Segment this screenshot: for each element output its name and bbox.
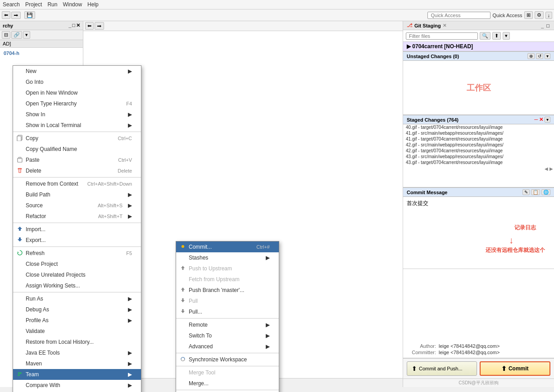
commit-and-push-button[interactable]: ⬆ Commit and Push... bbox=[407, 361, 477, 376]
team-submenu-item-advanced[interactable]: Advanced▶ bbox=[176, 341, 279, 352]
menu-item-refresh[interactable]: RefreshF5 bbox=[13, 248, 141, 259]
menu-item-open-type-hierarchy[interactable]: Open Type HierarchyF4 bbox=[13, 98, 141, 109]
menu-item-icon bbox=[17, 282, 24, 289]
menu-window[interactable]: Window bbox=[63, 1, 82, 8]
toolbar-btn-1[interactable]: ⬅ bbox=[2, 11, 10, 19]
toolbar-icon-3[interactable]: ↓ bbox=[545, 12, 553, 19]
unstaged-stage-all-btn[interactable]: ⊕ bbox=[527, 53, 535, 59]
link-btn[interactable]: 🔗 bbox=[11, 31, 22, 39]
menu-item-close-unrelated-projects[interactable]: Close Unrelated Projects bbox=[13, 269, 141, 280]
menu-item-refactor[interactable]: RefactorAlt+Shift+T▶ bbox=[13, 211, 141, 222]
collapse-btn[interactable]: ⊟ bbox=[2, 31, 10, 39]
menu-item-label: Copy bbox=[26, 135, 38, 141]
menu-item-copy-qualified-name[interactable]: Copy Qualified Name bbox=[13, 144, 141, 155]
close-icon[interactable]: ✕ bbox=[76, 23, 80, 28]
menu-item-show-in[interactable]: Show In▶ bbox=[13, 109, 141, 120]
menu-item-remove-from-context[interactable]: Remove from ContextCtrl+Alt+Shift+Down bbox=[13, 178, 141, 189]
commit-message-input[interactable]: 首次提交 bbox=[403, 197, 554, 269]
menu-help[interactable]: Help bbox=[87, 1, 99, 8]
menu-item-assign-working-sets---[interactable]: Assign Working Sets... bbox=[13, 280, 141, 291]
staged-list-item[interactable]: 43.gif - target/0704carrent/resources/la… bbox=[403, 160, 554, 165]
team-submenu-item-synchronize-workspace[interactable]: Synchronize Workspace bbox=[176, 354, 279, 365]
menu-item-go-into[interactable]: Go Into bbox=[13, 77, 141, 87]
menu-item-restore-from-local-history---[interactable]: Restore from Local History... bbox=[13, 337, 141, 347]
toolbar-icon-1[interactable]: ⊞ bbox=[524, 11, 533, 19]
menu-item-paste[interactable]: PasteCtrl+V bbox=[13, 155, 141, 165]
team-submenu-item-commit---[interactable]: Commit...Ctrl+# bbox=[176, 242, 279, 252]
unstaged-collapse-btn[interactable]: ▾ bbox=[545, 53, 550, 59]
menu-item-source[interactable]: SourceAlt+Shift+S▶ bbox=[13, 200, 141, 211]
menu-item-team[interactable]: Team▶ bbox=[13, 369, 141, 380]
author-section: Author: leige <78414842@qq.com> Committe… bbox=[403, 342, 554, 358]
menu-item-validate[interactable]: Validate bbox=[13, 326, 141, 337]
commit-msg-btn1[interactable]: ✎ bbox=[522, 189, 530, 195]
commit-button[interactable]: ⬆ Commit bbox=[480, 361, 551, 376]
center-btn-2[interactable]: ⮕ bbox=[95, 22, 104, 30]
team-submenu-item-switch-to[interactable]: Switch To▶ bbox=[176, 330, 279, 341]
menu-item-debug-as[interactable]: Debug As▶ bbox=[13, 304, 141, 315]
submenu-item-icon bbox=[180, 356, 187, 363]
menu-project[interactable]: Project bbox=[25, 1, 42, 8]
git-filter-btn3[interactable]: ▾ bbox=[503, 32, 510, 40]
staged-list-item[interactable]: 42.gif - src/main/webapp/resources/layui… bbox=[403, 142, 554, 148]
menu-item-show-in-local-terminal[interactable]: Show in Local Terminal▶ bbox=[13, 120, 141, 131]
staged-list-item[interactable]: 41.gif - target/0704carrent/resources/la… bbox=[403, 136, 554, 142]
staged-scroll-hint: ◀ ▶ bbox=[403, 165, 554, 172]
staged-list-item[interactable]: 42.gif - target/0704carrent/resources/la… bbox=[403, 148, 554, 154]
team-submenu-item-merge---[interactable]: Merge... bbox=[176, 378, 279, 389]
submenu-item-icon bbox=[180, 308, 187, 315]
submenu-arrow-icon: ▶ bbox=[128, 191, 132, 198]
team-submenu-label: Synchronize Workspace bbox=[189, 356, 247, 363]
minimize-icon[interactable]: _ bbox=[68, 23, 71, 28]
menu-search[interactable]: Search bbox=[3, 1, 20, 8]
git-filter-btn2[interactable]: ⬆ bbox=[492, 32, 501, 40]
menu-item-export---[interactable]: Export... bbox=[13, 235, 141, 246]
menu-item-delete[interactable]: DeleteDelete bbox=[13, 165, 141, 176]
quick-access-input[interactable] bbox=[427, 12, 490, 19]
view-menu-btn[interactable]: ▾ bbox=[23, 31, 30, 39]
commit-msg-btn3[interactable]: 🌐 bbox=[541, 189, 550, 195]
menu-item-import---[interactable]: Import... bbox=[13, 224, 141, 235]
maximize-icon[interactable]: □ bbox=[72, 23, 75, 28]
staged-collapse-btn[interactable]: ▾ bbox=[545, 117, 550, 123]
menu-item-build-path[interactable]: Build Path▶ bbox=[13, 189, 141, 200]
menu-item-maven[interactable]: Maven▶ bbox=[13, 358, 141, 369]
menu-item-open-in-new-window[interactable]: Open in New Window bbox=[13, 87, 141, 98]
git-filter-input[interactable] bbox=[406, 32, 478, 40]
toolbar-btn-2[interactable]: ⮕ bbox=[11, 12, 21, 19]
team-submenu-item-push-branch--master----[interactable]: Push Branch 'master'... bbox=[176, 285, 279, 296]
menu-item-java-ee-tools[interactable]: Java EE Tools▶ bbox=[13, 347, 141, 358]
menu-item-copy[interactable]: CopyCtrl+C bbox=[13, 133, 141, 144]
team-submenu-item-stashes[interactable]: Stashes▶ bbox=[176, 252, 279, 263]
menu-item-icon bbox=[17, 317, 24, 324]
git-filter-btn1[interactable]: 🔍 bbox=[480, 32, 490, 40]
svg-rect-5 bbox=[19, 229, 21, 231]
toolbar-icon-2[interactable]: ⚙ bbox=[535, 11, 544, 19]
menu-item-run-as[interactable]: Run As▶ bbox=[13, 293, 141, 304]
staged-list-item[interactable]: 41.gif - src/main/webapp/resources/layui… bbox=[403, 130, 554, 136]
staged-list-item[interactable]: 43.gif - src/main/webapp/resources/layui… bbox=[403, 154, 554, 160]
unstaged-refresh-btn[interactable]: ↺ bbox=[536, 53, 543, 59]
team-submenu-item-remote[interactable]: Remote▶ bbox=[176, 319, 279, 330]
menu-item-label: Compare With bbox=[26, 382, 60, 388]
git-minimize[interactable]: _ bbox=[541, 23, 544, 28]
svg-rect-20 bbox=[182, 298, 184, 301]
center-btn-1[interactable]: ⬅ bbox=[85, 22, 94, 30]
toolbar-btn-save[interactable]: 💾 bbox=[24, 11, 35, 19]
git-maximize[interactable]: □ bbox=[546, 23, 549, 28]
team-submenu-item-pull---[interactable]: Pull... bbox=[176, 306, 279, 317]
staged-x-btn[interactable]: ✕ bbox=[539, 117, 543, 123]
menu-item-compare-with[interactable]: Compare With▶ bbox=[13, 380, 141, 391]
staged-list-item[interactable]: 40.gif - target/0704carrent/resources/la… bbox=[403, 124, 554, 130]
menu-item-icon bbox=[17, 191, 24, 198]
menu-item-profile-as[interactable]: Profile As▶ bbox=[13, 315, 141, 326]
team-submenu: Commit...Ctrl+#Stashes▶Push to UpstreamF… bbox=[176, 241, 279, 392]
staged-minus-btn[interactable]: ─ bbox=[534, 117, 538, 123]
toolbar: ⬅ ⮕ 💾 Quick Access ⊞ ⚙ ↓ bbox=[0, 9, 554, 21]
submenu-arrow-icon: ▶ bbox=[128, 306, 132, 313]
menu-item-new[interactable]: New▶ bbox=[13, 66, 141, 77]
commit-msg-btn2[interactable]: 📋 bbox=[531, 189, 540, 195]
project-item-0704[interactable]: 0704-h bbox=[2, 50, 81, 57]
menu-run[interactable]: Run bbox=[47, 1, 57, 8]
menu-item-close-project[interactable]: Close Project bbox=[13, 259, 141, 269]
